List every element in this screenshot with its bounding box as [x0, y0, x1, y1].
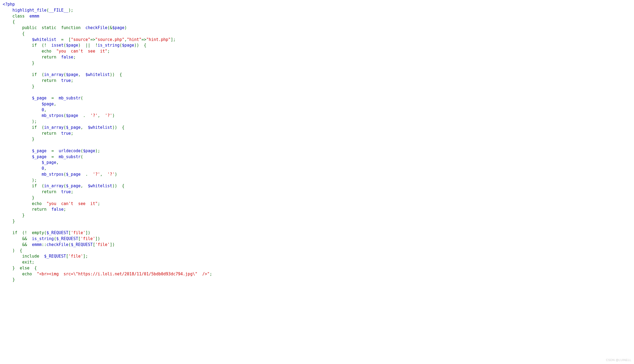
code-token — [3, 148, 32, 153]
code-token — [3, 102, 42, 106]
code-token: $whitelist — [88, 125, 112, 130]
code-token: '?' — [105, 113, 112, 118]
code-token: ; — [71, 78, 73, 83]
code-token: "source" — [71, 37, 90, 42]
code-token: __FILE__ — [49, 8, 68, 13]
code-token: $page — [42, 102, 54, 106]
code-token: "source.php" — [95, 37, 124, 42]
code-token: [ — [78, 236, 81, 241]
code-token: if ( — [3, 125, 44, 130]
code-token: ]) — [95, 236, 100, 241]
code-token: => — [142, 37, 146, 42]
code-token: } — [32, 61, 34, 65]
code-token: isset — [51, 43, 64, 48]
code-token — [3, 172, 42, 177]
code-token: $_REQUEST — [44, 254, 66, 259]
code-token: ) — [112, 113, 115, 118]
code-token: :: — [42, 242, 47, 247]
code-token: return — [3, 131, 61, 136]
code-token: mb_substr — [59, 154, 81, 159]
code-token: ; — [107, 49, 110, 54]
code-token: '?' — [107, 172, 115, 177]
code-token: is_string — [32, 236, 54, 241]
code-token: ( — [120, 43, 122, 48]
code-token — [3, 8, 12, 13]
code-token: checkFile — [85, 25, 107, 30]
code-token: , — [44, 166, 47, 171]
code-token: mb_strpos — [42, 172, 64, 177]
code-token: echo — [3, 272, 37, 276]
code-token: if (! — [3, 43, 51, 48]
code-token: ]; — [171, 37, 175, 42]
code-token: ]; — [83, 254, 88, 259]
code-token: = [ — [61, 37, 71, 42]
code-token — [3, 84, 32, 89]
code-token: $_page — [32, 148, 51, 153]
code-token — [3, 219, 12, 224]
code-token: ); — [3, 119, 37, 124]
code-token: ) — [125, 25, 127, 30]
code-token: is_string — [98, 43, 119, 48]
code-token: ; — [71, 189, 73, 194]
code-token — [3, 96, 32, 100]
code-token: public static function — [3, 25, 85, 30]
code-token: '?' — [93, 172, 100, 177]
code-token: )) { — [110, 72, 122, 77]
code-token: => — [90, 37, 95, 42]
code-token — [3, 19, 12, 24]
code-token: $_page — [66, 172, 85, 177]
code-token: 'file' — [71, 230, 85, 235]
code-token: include — [3, 254, 44, 259]
code-token — [3, 166, 42, 171]
code-token: false — [61, 55, 73, 60]
code-token: class — [3, 14, 29, 19]
code-token: ); — [3, 178, 37, 183]
code-token: in_array — [44, 72, 64, 77]
code-token: . — [83, 113, 90, 118]
code-token: if ( — [3, 72, 44, 77]
code-token: ( — [54, 236, 56, 241]
code-token — [3, 195, 32, 200]
code-token: return — [3, 189, 61, 194]
code-token: highlight_file — [12, 8, 46, 13]
code-token: 0 — [42, 166, 44, 171]
code-token: , — [98, 113, 105, 118]
code-token: if ( — [3, 183, 44, 188]
code-token: $page — [122, 43, 134, 48]
code-token — [3, 61, 32, 65]
code-token: true — [61, 131, 71, 136]
code-token: ( — [64, 183, 66, 188]
code-token: "hint" — [127, 37, 142, 42]
code-token: = — [51, 96, 59, 100]
code-token — [3, 160, 42, 165]
code-token: ) || ! — [78, 43, 98, 48]
code-token: in_array — [44, 183, 64, 188]
code-token: 'file' — [95, 242, 110, 247]
code-token: "<br><img src=\"https://i.loli.net/2018/… — [37, 272, 209, 276]
code-token: $_page — [66, 125, 81, 130]
code-token: echo — [3, 201, 47, 206]
code-token: , — [44, 108, 47, 112]
code-token: )) { — [112, 125, 124, 130]
code-token: (& — [107, 25, 112, 30]
code-token: )) { — [134, 43, 146, 48]
code-token: $_page — [42, 160, 56, 165]
code-token — [3, 277, 12, 282]
code-token: = — [51, 148, 59, 153]
code-token: } — [12, 219, 15, 224]
code-token: ( — [81, 96, 83, 100]
code-token: $_page — [66, 183, 81, 188]
code-token: false — [51, 207, 64, 212]
code-token: ( — [64, 43, 66, 48]
code-token: ]) — [85, 230, 90, 235]
code-token: } — [32, 195, 34, 200]
code-token: ) — [115, 172, 117, 177]
code-token: 'file' — [81, 236, 95, 241]
code-token: true — [61, 78, 71, 83]
code-token: && — [3, 242, 32, 247]
code-token: } — [32, 84, 34, 89]
code-token: echo — [3, 49, 56, 54]
code-token: "you can't see it" — [47, 201, 98, 206]
code-token: } — [32, 137, 34, 141]
code-token: $page — [83, 148, 95, 153]
